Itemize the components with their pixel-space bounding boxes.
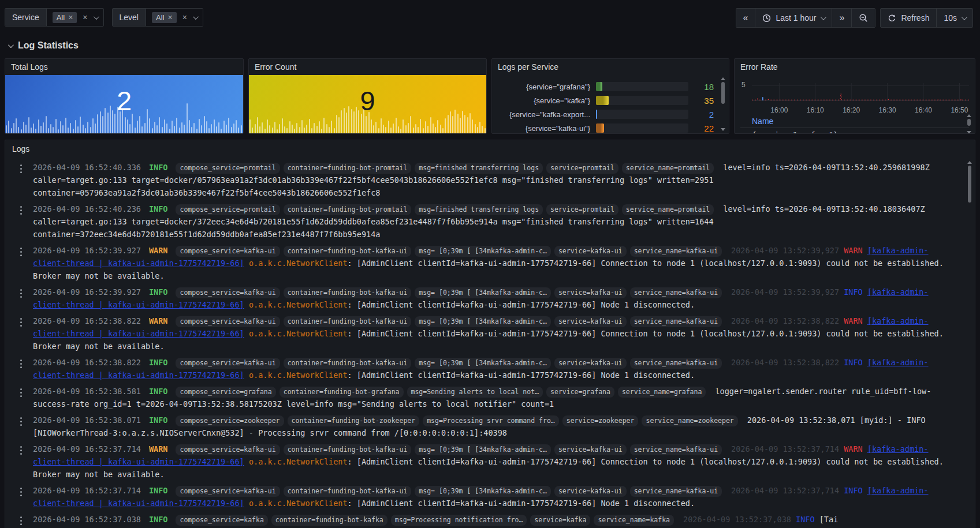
- clear-filter-icon[interactable]: ×: [182, 13, 187, 21]
- log-menu-icon[interactable]: [20, 417, 22, 419]
- log-field-badge[interactable]: msg=Processing srvr command fro…: [423, 415, 559, 426]
- legend-row[interactable]: {service="grafana"}: [752, 128, 969, 134]
- log-field-badge[interactable]: service=kafka-ui: [554, 486, 627, 497]
- scroll-down-icon[interactable]: [967, 131, 971, 134]
- log-menu-icon[interactable]: [20, 360, 22, 361]
- level-filter-select[interactable]: All× ×: [146, 9, 203, 26]
- log-field-badge[interactable]: container=funding-bot-kafka-ui: [284, 358, 412, 369]
- refresh-interval-button[interactable]: 10s: [937, 9, 972, 27]
- chevron-down-icon[interactable]: [193, 14, 199, 20]
- log-field-badge[interactable]: service=kafka: [530, 515, 590, 526]
- log-menu-icon[interactable]: [20, 446, 22, 448]
- log-field-badge[interactable]: msg= [0;39m [ [34mkafka-admin-c…: [415, 316, 551, 327]
- log-field-badge[interactable]: msg=Processing notification fro…: [391, 515, 527, 526]
- scrollbar-thumb[interactable]: [967, 119, 971, 126]
- log-field-badge[interactable]: container=funding-bot-kafka-ui: [284, 246, 412, 257]
- log-menu-icon[interactable]: [20, 206, 22, 208]
- scrollbar[interactable]: [966, 161, 973, 528]
- log-field-badge[interactable]: msg=finished transferring logs: [415, 204, 543, 215]
- log-field-badge[interactable]: compose_service=kafka-ui: [176, 246, 280, 257]
- time-range-button[interactable]: Last 1 hour: [755, 9, 832, 27]
- panel-title-logs-per-service[interactable]: Logs per Service: [492, 59, 729, 75]
- log-field-badge[interactable]: msg= [0;39m [ [34mkafka-admin-c…: [415, 444, 551, 455]
- scroll-up-icon[interactable]: [967, 114, 971, 117]
- remove-chip-icon[interactable]: ×: [167, 13, 172, 21]
- log-field-badge[interactable]: service=kafka-ui: [554, 358, 627, 369]
- log-field-badge[interactable]: msg=Sending alerts to local not…: [407, 387, 543, 398]
- log-field-badge[interactable]: service=zookeeper: [562, 415, 639, 426]
- scroll-down-icon[interactable]: [721, 128, 725, 131]
- log-field-badge[interactable]: container=funding-bot-kafka-ui: [284, 287, 412, 298]
- time-shift-back-button[interactable]: «: [736, 9, 756, 27]
- log-menu-icon[interactable]: [20, 388, 22, 390]
- log-field-badge[interactable]: msg= [0;39m [ [34mkafka-admin-c…: [415, 246, 551, 257]
- log-field-badge[interactable]: container=funding-bot-promtail: [284, 163, 412, 174]
- level-filter-chip[interactable]: All×: [152, 12, 177, 23]
- log-field-badge[interactable]: service=promtail: [546, 163, 618, 174]
- log-field-badge[interactable]: msg= [0;39m [ [34mkafka-admin-c…: [415, 358, 551, 369]
- log-field-badge[interactable]: compose_service=kafka: [176, 515, 267, 526]
- log-menu-icon[interactable]: [20, 289, 22, 291]
- log-field-badge[interactable]: container=funding-bot-kafka-ui: [284, 486, 412, 497]
- panel-title-error-rate[interactable]: Error Rate: [735, 59, 975, 75]
- log-field-badge[interactable]: service=kafka-ui: [554, 287, 627, 298]
- log-field-badge[interactable]: compose_service=kafka-ui: [176, 316, 280, 327]
- log-field-badge[interactable]: service=kafka-ui: [554, 316, 627, 327]
- log-field-badge[interactable]: container=funding-bot-grafana: [280, 387, 404, 398]
- scrollbar[interactable]: [720, 77, 726, 131]
- log-field-badge[interactable]: msg=finished transferring logs: [415, 163, 543, 174]
- log-field-badge[interactable]: service=grafana: [546, 387, 614, 398]
- log-menu-icon[interactable]: [20, 488, 22, 489]
- service-filter-chip[interactable]: All×: [53, 12, 77, 23]
- log-field-badge[interactable]: msg= [0;39m [ [34mkafka-admin-c…: [415, 287, 551, 298]
- scrollbar-thumb[interactable]: [721, 82, 725, 104]
- log-field-badge[interactable]: service_name=zookeeper: [642, 415, 737, 426]
- log-field-badge[interactable]: service_name=kafka-ui: [630, 316, 722, 327]
- panel-title-logs[interactable]: Logs: [5, 140, 975, 158]
- log-field-badge[interactable]: compose_service=zookeeper: [176, 415, 284, 426]
- service-filter-select[interactable]: All× ×: [47, 9, 103, 26]
- log-field-badge[interactable]: container=funding-bot-promtail: [284, 204, 412, 215]
- log-field-badge[interactable]: service_name=kafka-ui: [630, 246, 722, 257]
- log-field-badge[interactable]: compose_service=kafka-ui: [176, 486, 280, 497]
- clear-filter-icon[interactable]: ×: [83, 13, 87, 21]
- log-menu-icon[interactable]: [20, 516, 22, 518]
- log-field-badge[interactable]: service_name=promtail: [622, 204, 714, 215]
- log-field-badge[interactable]: service_name=kafka: [594, 515, 674, 526]
- log-field-badge[interactable]: service_name=promtail: [622, 163, 714, 174]
- log-menu-icon[interactable]: [20, 164, 22, 166]
- log-field-badge[interactable]: container=funding-bot-kafka: [271, 515, 387, 526]
- panel-title-error-count[interactable]: Error Count: [249, 59, 486, 75]
- refresh-button[interactable]: Refresh: [881, 9, 937, 27]
- log-field-badge[interactable]: service_name=kafka-ui: [630, 486, 722, 497]
- log-field-badge[interactable]: container=funding-bot-zookeeper: [288, 415, 420, 426]
- log-field-badge[interactable]: compose_service=promtail: [176, 163, 280, 174]
- scroll-up-icon[interactable]: [721, 77, 725, 80]
- log-field-badge[interactable]: service=kafka-ui: [554, 444, 627, 455]
- log-field-badge[interactable]: service_name=kafka-ui: [630, 358, 722, 369]
- chevron-down-icon[interactable]: [93, 14, 99, 20]
- log-field-badge[interactable]: compose_service=kafka-ui: [176, 358, 280, 369]
- log-field-badge[interactable]: msg= [0;39m [ [34mkafka-admin-c…: [415, 486, 551, 497]
- legend-header-name[interactable]: Name: [752, 117, 969, 128]
- scrollbar-thumb[interactable]: [968, 166, 971, 203]
- log-field-badge[interactable]: service_name=grafana: [618, 387, 706, 398]
- log-menu-icon[interactable]: [20, 248, 22, 249]
- log-field-badge[interactable]: compose_service=promtail: [176, 204, 280, 215]
- scroll-up-icon[interactable]: [967, 161, 972, 164]
- row-toggle-log-statistics[interactable]: Log Statistics: [8, 39, 980, 52]
- log-field-badge[interactable]: service=promtail: [546, 204, 618, 215]
- log-field-badge[interactable]: compose_service=grafana: [176, 387, 275, 398]
- scrollbar[interactable]: [966, 114, 972, 134]
- log-menu-icon[interactable]: [20, 318, 22, 320]
- log-field-badge[interactable]: container=funding-bot-kafka-ui: [284, 316, 412, 327]
- time-shift-forward-button[interactable]: »: [832, 9, 852, 27]
- log-field-badge[interactable]: service_name=kafka-ui: [630, 287, 722, 298]
- log-field-badge[interactable]: compose_service=kafka-ui: [176, 444, 280, 455]
- remove-chip-icon[interactable]: ×: [68, 13, 73, 21]
- log-field-badge[interactable]: compose_service=kafka-ui: [176, 287, 280, 298]
- zoom-out-button[interactable]: [852, 9, 875, 27]
- panel-title-total-logs[interactable]: Total Logs: [5, 59, 243, 75]
- log-field-badge[interactable]: container=funding-bot-kafka-ui: [284, 444, 412, 455]
- log-field-badge[interactable]: service_name=kafka-ui: [630, 444, 722, 455]
